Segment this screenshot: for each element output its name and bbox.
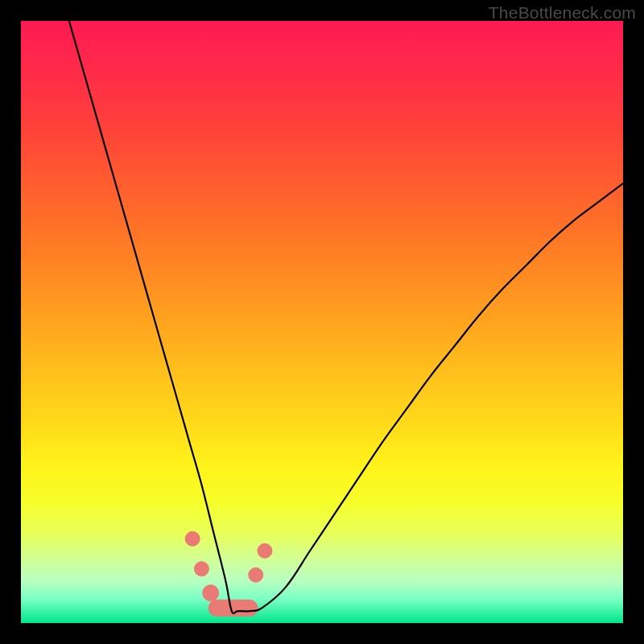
bottleneck-curve [69,21,623,613]
marker-point [185,531,200,546]
watermark-text: TheBottleneck.com [489,3,636,23]
marker-point [258,543,272,558]
curve-plot [21,21,623,623]
marker-point [249,568,263,582]
marker-point [203,585,219,601]
marker-point [194,562,208,576]
